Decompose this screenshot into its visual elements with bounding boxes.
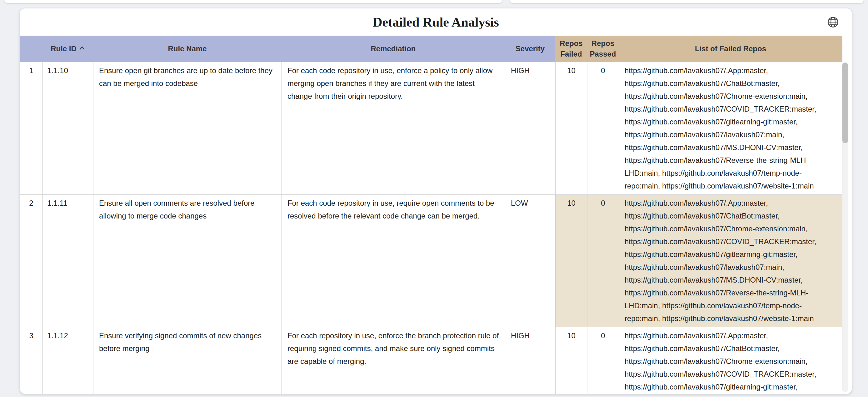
rule-name-cell: Ensure all open comments are resolved be… bbox=[93, 195, 281, 327]
detailed-rule-analysis-card: Detailed Rule Analysis Rule ID Rule Name… bbox=[20, 8, 852, 394]
column-header-severity[interactable]: Severity bbox=[505, 36, 555, 62]
repos-failed-cell: 10 bbox=[555, 327, 587, 394]
previous-card-edge-right bbox=[510, 0, 864, 3]
severity-cell: LOW bbox=[505, 195, 555, 327]
table-row: 1 1.1.10 Ensure open git branches are up… bbox=[20, 62, 842, 195]
repos-failed-cell: 10 bbox=[555, 62, 587, 194]
remediation-cell: For each code repository in use, enforce… bbox=[281, 62, 505, 194]
row-index-cell: 1 bbox=[20, 62, 42, 194]
failed-repos-cell: https://github.com/lavakush07/.App:maste… bbox=[619, 327, 842, 394]
sort-ascending-icon bbox=[80, 46, 85, 50]
failed-repos-cell: https://github.com/lavakush07/.App:maste… bbox=[619, 62, 842, 194]
table-row: 2 1.1.11 Ensure all open comments are re… bbox=[20, 195, 842, 327]
globe-icon[interactable] bbox=[827, 16, 839, 28]
column-header-rule-name[interactable]: Rule Name bbox=[93, 36, 281, 62]
column-header-failed-repos[interactable]: List of Failed Repos bbox=[619, 36, 842, 62]
column-header-rule-id[interactable]: Rule ID bbox=[42, 36, 93, 62]
repos-passed-cell: 0 bbox=[587, 327, 619, 394]
previous-card-edge-left bbox=[4, 0, 502, 3]
rule-id-cell: 1.1.11 bbox=[42, 195, 93, 327]
column-header-index[interactable] bbox=[20, 36, 42, 62]
scrollbar-thumb[interactable] bbox=[842, 63, 848, 143]
table-header-row: Rule ID Rule Name Remediation Severity R… bbox=[20, 36, 842, 62]
column-header-repos-failed[interactable]: Repos Failed bbox=[555, 36, 587, 62]
row-index-cell: 3 bbox=[20, 327, 42, 394]
severity-cell: HIGH bbox=[505, 62, 555, 194]
row-index-cell: 2 bbox=[20, 195, 42, 327]
repos-passed-cell: 0 bbox=[587, 195, 619, 327]
column-header-repos-passed[interactable]: Repos Passed bbox=[587, 36, 619, 62]
column-header-rule-id-label: Rule ID bbox=[51, 43, 76, 54]
card-header: Detailed Rule Analysis bbox=[20, 8, 852, 36]
vertical-scrollbar[interactable] bbox=[842, 63, 848, 392]
repos-passed-cell: 0 bbox=[587, 62, 619, 194]
rule-name-cell: Ensure verifying signed commits of new c… bbox=[93, 327, 281, 394]
column-header-remediation[interactable]: Remediation bbox=[281, 36, 505, 62]
repos-failed-cell: 10 bbox=[555, 195, 587, 327]
rule-id-cell: 1.1.12 bbox=[42, 327, 93, 394]
rule-id-cell: 1.1.10 bbox=[42, 62, 93, 194]
remediation-cell: For each code repository in use, require… bbox=[281, 195, 505, 327]
remediation-cell: For each repository in use, enforce the … bbox=[281, 327, 505, 394]
page-title: Detailed Rule Analysis bbox=[373, 15, 499, 30]
globe-icon-glyph bbox=[827, 16, 839, 28]
table-row: 3 1.1.12 Ensure verifying signed commits… bbox=[20, 327, 842, 394]
failed-repos-cell: https://github.com/lavakush07/.App:maste… bbox=[619, 195, 842, 327]
rule-name-cell: Ensure open git branches are up to date … bbox=[93, 62, 281, 194]
severity-cell: HIGH bbox=[505, 327, 555, 394]
